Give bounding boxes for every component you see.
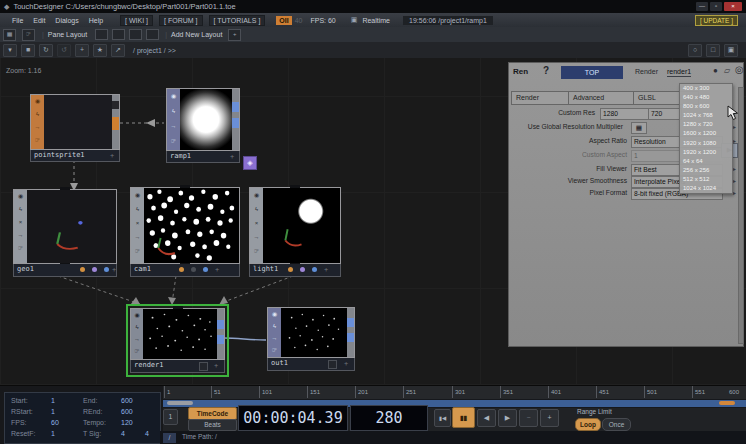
family-chip-top[interactable]: TOP <box>561 66 623 79</box>
add-layout-plus-button[interactable]: + <box>228 29 241 41</box>
node-flag-icons[interactable]: ◉ ϟ → ☞ <box>131 309 143 359</box>
stat-value[interactable]: 1 <box>51 429 55 439</box>
minimize-button[interactable]: — <box>696 2 708 11</box>
node-output-connector[interactable] <box>217 309 224 359</box>
node-pointsprite1[interactable]: ◉ ϟ → ☞ pointsprite1 + <box>30 94 120 162</box>
pickable-flag[interactable] <box>203 267 208 272</box>
node-flag-icons[interactable]: ◉ ϟ → ☞ <box>268 308 281 357</box>
beats-mode-button[interactable]: Beats <box>188 419 237 431</box>
node-name-field[interactable]: render1 <box>667 68 691 77</box>
jump-to-start-button[interactable]: ▮◀ <box>434 409 451 427</box>
stat-value[interactable]: 1 <box>51 396 55 406</box>
node-plus[interactable]: + <box>110 151 114 161</box>
menu-edit[interactable]: Edit <box>33 17 45 24</box>
tutorials-link[interactable]: [ TUTORIALS ] <box>209 15 266 26</box>
slash-icon[interactable]: / <box>163 433 176 443</box>
node-name-bar[interactable]: out1 + <box>267 358 355 371</box>
node-plus[interactable]: + <box>324 265 328 275</box>
menu-dialogs[interactable]: Dialogs <box>55 17 78 24</box>
stat-value[interactable]: 4 <box>121 429 125 439</box>
comment-icon[interactable]: ● <box>713 66 718 75</box>
stat-value[interactable]: 4 <box>145 429 149 439</box>
range-end-marker[interactable] <box>719 401 735 405</box>
node-out1[interactable]: ◉ ϟ → ☞ out1 <box>267 307 355 371</box>
gear-icon[interactable]: ◎ <box>735 64 744 75</box>
star-icon[interactable]: ★ <box>93 44 107 57</box>
node-plus[interactable]: + <box>215 265 219 275</box>
display-flag[interactable] <box>199 362 208 371</box>
pane-grid-icon[interactable]: ▣ <box>724 44 738 57</box>
node-name-bar[interactable]: ramp1 + <box>166 151 240 163</box>
menu-item-resolution[interactable]: 256 x 256 <box>680 166 732 175</box>
tab-render[interactable]: Render <box>511 91 569 105</box>
forum-link[interactable]: [ FORUM ] <box>159 15 202 26</box>
custom-res-height-field[interactable]: 720 <box>648 108 682 120</box>
menu-item-resolution[interactable]: 1024 x 1024 <box>680 184 732 193</box>
node-render1[interactable]: ◉ ϟ → ☞ <box>130 308 225 373</box>
node-name-bar[interactable]: geo1 + <box>13 264 117 277</box>
param-arrow-icon[interactable]: ▸ <box>733 177 736 184</box>
param-arrow-icon[interactable]: ▸ <box>733 123 736 130</box>
layout-option-split-v[interactable] <box>112 29 125 40</box>
render-flag[interactable] <box>179 267 184 272</box>
node-name-bar[interactable]: cam1 + <box>130 264 240 277</box>
pickable-flag[interactable] <box>312 267 317 272</box>
node-flag-icons[interactable]: ◉ ϟ × → ☞ <box>14 190 27 263</box>
node-plus[interactable]: + <box>230 152 234 162</box>
menu-item-resolution[interactable]: 1024 x 768 <box>680 111 732 120</box>
step-forward-button[interactable]: + <box>540 409 559 427</box>
node-name-bar[interactable]: light1 + <box>249 264 341 277</box>
undo-icon[interactable]: ↺ <box>57 44 71 57</box>
display-flag[interactable] <box>92 267 97 272</box>
pickable-flag[interactable] <box>104 267 109 272</box>
panel-scrollbar[interactable] <box>738 87 744 344</box>
layout-option-single[interactable] <box>95 29 108 40</box>
node-cam1[interactable]: ◉ ϟ × → ☞ <box>130 187 240 277</box>
node-output-connector[interactable] <box>232 89 239 150</box>
menu-item-resolution[interactable]: 1920 x 1080 <box>680 139 732 148</box>
node-output-connector[interactable] <box>347 308 354 357</box>
menu-item-resolution[interactable]: 64 x 64 <box>680 157 732 166</box>
stat-value[interactable]: 600 <box>121 407 133 417</box>
layout-option-quad[interactable] <box>146 29 159 40</box>
update-button[interactable]: [ UPDATE ] <box>695 15 738 26</box>
display-flag[interactable] <box>328 360 337 369</box>
jump-icon[interactable]: ↗ <box>111 44 125 57</box>
param-arrow-icon[interactable]: ▸ <box>733 189 736 196</box>
menu-item-resolution[interactable]: 640 x 480 <box>680 93 732 102</box>
range-scrub-thumb[interactable] <box>167 401 193 405</box>
menu-item-resolution[interactable]: 1920 x 1200 <box>680 148 732 157</box>
maximize-button[interactable]: ▫ <box>710 2 722 11</box>
language-icon[interactable]: ▱ <box>724 66 730 75</box>
tab-advanced[interactable]: Advanced <box>568 91 634 105</box>
realtime-toggle[interactable]: Realtime <box>362 17 390 24</box>
play-reverse-button[interactable]: ◀ <box>477 409 496 427</box>
node-render1-selected[interactable]: ◉ ϟ → ☞ <box>126 304 229 377</box>
stop-icon[interactable]: ■ <box>21 44 35 57</box>
ramp-display-badge[interactable]: ◈ <box>243 156 257 170</box>
menu-item-resolution[interactable]: 1600 x 1200 <box>680 129 732 138</box>
render-flag[interactable] <box>80 267 85 272</box>
menu-file[interactable]: File <box>12 17 23 24</box>
node-geo1[interactable]: ◉ ϟ × → ☞ geo1 + <box>13 189 117 277</box>
hand-icon[interactable]: ☞ <box>22 29 35 41</box>
render-flag[interactable] <box>288 267 293 272</box>
refresh-icon[interactable]: ↻ <box>39 44 53 57</box>
node-output-connector[interactable] <box>112 95 119 149</box>
frame-step-box[interactable]: 1 <box>163 409 178 425</box>
display-flag[interactable] <box>191 267 196 272</box>
close-button[interactable]: × <box>724 2 742 11</box>
menu-item-resolution[interactable]: 512 x 512 <box>680 175 732 184</box>
menu-item-resolution[interactable]: 400 x 300 <box>680 84 732 93</box>
back-icon[interactable]: ▾ <box>3 44 17 57</box>
wiki-link[interactable]: [ WIKI ] <box>120 15 153 26</box>
node-flag-icons[interactable]: ◉ ϟ × → ☞ <box>250 188 263 263</box>
menu-item-resolution[interactable]: 800 x 600 <box>680 102 732 111</box>
menu-item-resolution[interactable]: 1280 x 720 <box>680 120 732 129</box>
node-name-bar[interactable]: render1 + <box>130 360 225 373</box>
grid-icon[interactable]: ▦ <box>3 29 16 41</box>
pane-circle-icon[interactable]: ○ <box>688 44 702 57</box>
custom-res-width-field[interactable]: 1280 <box>600 108 650 120</box>
display-flag[interactable] <box>300 267 305 272</box>
step-back-button[interactable]: − <box>519 409 538 427</box>
